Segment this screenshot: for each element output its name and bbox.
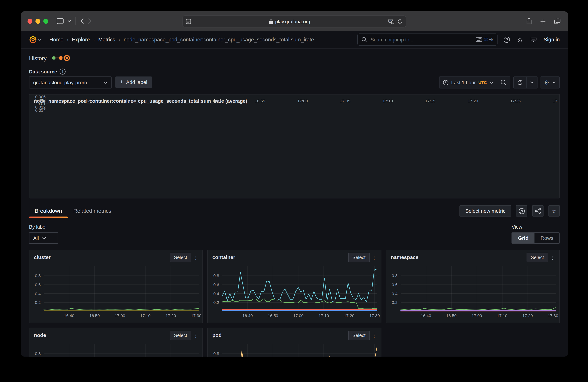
add-label-text: Add label (126, 79, 147, 85)
y-axis-tick: 0.2 (32, 300, 41, 305)
select-button[interactable]: Select (348, 253, 370, 262)
lock-icon (269, 19, 273, 24)
kebab-menu-icon[interactable]: ⋮ (370, 254, 379, 261)
browser-titlebar: play.grafana.org A (21, 11, 568, 31)
nav-icon-group (504, 36, 537, 43)
node-chart[interactable]: 0.80.60.40.216:4016:5017:0017:1017:2017:… (32, 342, 200, 357)
y-axis-tick: 0.6 (32, 282, 41, 287)
address-bar-actions: A (388, 19, 403, 24)
namespace-chart[interactable]: 0.80.60.40.216:4016:5017:0017:1017:2017:… (389, 264, 557, 321)
datasource-picker[interactable]: grafanacloud-play-prom (29, 76, 111, 89)
by-label-block: By label All (29, 224, 58, 244)
x-axis-tick: 17:20 (465, 99, 480, 103)
select-new-metric-button[interactable]: Select new metric (460, 205, 511, 216)
breadcrumb-explore[interactable]: Explore (72, 37, 90, 42)
breakdown-panel-cluster: cluster Select ⋮ 0.80.60.40.216:4016:501… (29, 249, 203, 323)
y-axis-tick: 0.006 (32, 94, 46, 99)
address-bar[interactable]: play.grafana.org A (183, 15, 406, 27)
tab-related-metrics[interactable]: Related metrics (68, 208, 117, 218)
select-button[interactable]: Select (348, 331, 370, 340)
share-icon[interactable] (526, 18, 532, 24)
info-icon[interactable]: i (60, 69, 66, 75)
y-axis-tick: 0.4 (211, 291, 219, 296)
kebab-menu-icon[interactable]: ⋮ (548, 254, 557, 261)
translate-icon[interactable]: A (388, 19, 394, 24)
zoom-window-button[interactable] (43, 19, 48, 23)
y-axis-tick: 0.8 (32, 273, 41, 278)
x-axis-tick: 17:30 (367, 313, 381, 318)
browser-nav-controls (57, 17, 92, 25)
minimize-window-button[interactable] (36, 19, 40, 23)
help-icon[interactable] (504, 36, 510, 43)
grafana-logo-block[interactable] (29, 36, 41, 44)
y-axis-tick: 0.6 (211, 282, 219, 287)
chevron-down-icon (530, 81, 534, 84)
x-axis-tick: 17:20 (520, 313, 535, 318)
breakdown-panel-namespace: namespace Select ⋮ 0.80.60.40.216:4016:5… (386, 249, 560, 323)
x-axis-tick: 17:15 (423, 99, 438, 103)
history-timeline[interactable] (51, 54, 70, 62)
breadcrumb-current-metric: node_namespace_pod_container:container_c… (124, 37, 314, 42)
view-rows-option[interactable]: Rows (535, 233, 559, 243)
breakdown-panel-container: container Select ⋮ 0.80.60.40.216:4016:5… (208, 249, 381, 323)
container-chart[interactable]: 0.80.60.40.216:4016:5017:0017:1017:2017:… (211, 264, 379, 321)
tab-breakdown[interactable]: Breakdown (29, 208, 68, 218)
select-button[interactable]: Select (170, 253, 191, 262)
sidebar-chevron-icon[interactable] (67, 20, 71, 22)
x-axis-tick: 17:10 (316, 313, 331, 318)
explore-compass-button[interactable] (516, 205, 527, 216)
refresh-group (513, 76, 537, 89)
refresh-button[interactable] (514, 77, 526, 88)
search-input[interactable] (370, 36, 473, 43)
y-axis-tick: 0.8 (32, 351, 41, 356)
time-range-picker[interactable]: Last 1 hour UTC (440, 77, 497, 88)
datasource-label: Data source (29, 69, 57, 74)
zoom-out-time-button[interactable] (497, 77, 510, 88)
star-icon: ☆ (552, 208, 557, 214)
new-tab-icon[interactable] (540, 18, 546, 24)
share-panel-button[interactable] (532, 205, 544, 216)
compass-icon (519, 208, 525, 214)
back-button[interactable] (80, 18, 84, 24)
logo-chevron-down-icon (38, 38, 41, 40)
breadcrumb-separator: › (119, 37, 120, 42)
add-label-button[interactable]: + Add label (115, 76, 152, 88)
panel-title: namespace (391, 254, 527, 260)
reader-icon[interactable] (186, 19, 191, 24)
browser-toolbar-right (526, 11, 561, 31)
breadcrumb-home[interactable]: Home (49, 37, 63, 42)
forward-button (88, 18, 92, 24)
monitor-icon[interactable] (530, 37, 537, 42)
star-button[interactable]: ☆ (548, 205, 560, 216)
cluster-chart[interactable]: 0.80.60.40.216:4016:5017:0017:1017:2017:… (32, 264, 200, 321)
news-rss-icon[interactable] (517, 37, 523, 42)
reload-icon[interactable] (397, 19, 403, 24)
sign-in-button[interactable]: Sign in (544, 37, 560, 42)
kebab-menu-icon[interactable]: ⋮ (370, 332, 379, 339)
global-search[interactable]: ⌘+k (357, 34, 498, 46)
kebab-menu-icon[interactable]: ⋮ (191, 332, 200, 339)
by-label-select[interactable]: All (29, 232, 58, 244)
settings-button[interactable]: ⚙ (541, 77, 559, 88)
x-axis-tick: 16:35 (82, 99, 97, 103)
y-axis-tick: 0.4 (389, 291, 398, 296)
close-window-button[interactable] (27, 19, 32, 23)
tab-overview-icon[interactable] (554, 18, 561, 24)
x-axis-tick: 17:10 (138, 313, 153, 318)
select-button[interactable]: Select (170, 331, 191, 340)
x-axis-tick: 16:45 (167, 99, 182, 103)
panel-header: container Select ⋮ (212, 253, 379, 262)
history-label: History (29, 55, 46, 61)
kebab-menu-icon[interactable]: ⋮ (191, 254, 200, 261)
view-grid-option[interactable]: Grid (512, 233, 534, 243)
time-range-label: Last 1 hour (451, 79, 476, 85)
breakdown-grid: cluster Select ⋮ 0.80.60.40.216:4016:501… (29, 249, 560, 357)
pod-chart[interactable]: 0.80.60.40.216:4016:5017:0017:1017:2017:… (211, 342, 379, 357)
sidebar-toggle-icon[interactable] (57, 18, 64, 24)
refresh-interval-dropdown[interactable] (526, 77, 537, 88)
breadcrumb-metrics[interactable]: Metrics (98, 37, 115, 42)
browser-window: play.grafana.org A (21, 11, 568, 357)
select-button[interactable]: Select (527, 253, 548, 262)
y-axis-tick: 0.2 (211, 300, 219, 305)
x-axis-tick: 17:00 (291, 313, 306, 318)
